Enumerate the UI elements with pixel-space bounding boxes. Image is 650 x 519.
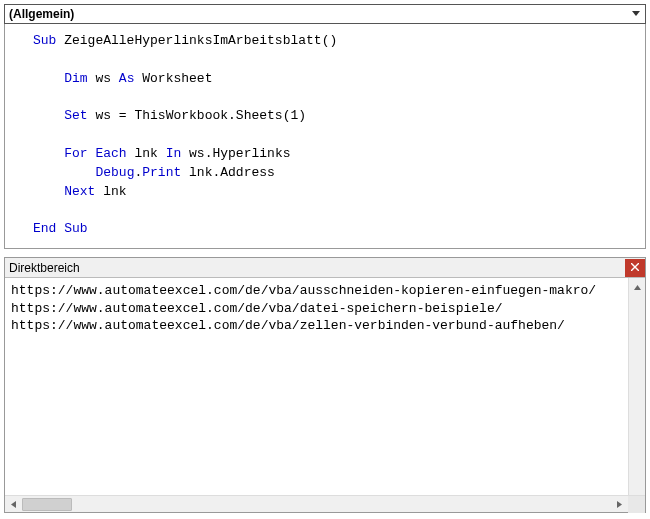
code-keyword: Set (64, 108, 87, 123)
code-text: ws.Hyperlinks (181, 146, 290, 161)
code-text: ZeigeAlleHyperlinksImArbeitsblatt() (56, 33, 337, 48)
close-button[interactable] (625, 259, 645, 277)
immediate-output[interactable]: https://www.automateexcel.com/de/vba/aus… (5, 278, 628, 495)
code-text: lnk.Address (181, 165, 275, 180)
horizontal-scrollbar[interactable] (5, 495, 645, 512)
code-text: lnk (95, 184, 126, 199)
code-editor[interactable]: Sub ZeigeAlleHyperlinksImArbeitsblatt() … (4, 24, 646, 249)
output-line: https://www.automateexcel.com/de/vba/zel… (11, 318, 565, 333)
code-keyword: For Each (64, 146, 126, 161)
output-line: https://www.automateexcel.com/de/vba/dat… (11, 301, 502, 316)
immediate-window: Direktbereich https://www.automateexcel.… (4, 257, 646, 513)
scrollbar-corner (628, 496, 645, 513)
code-text: lnk (127, 146, 166, 161)
code-text: ws (88, 71, 119, 86)
immediate-body[interactable]: https://www.automateexcel.com/de/vba/aus… (5, 278, 645, 495)
output-line: https://www.automateexcel.com/de/vba/aus… (11, 283, 596, 298)
immediate-title-text: Direktbereich (9, 261, 80, 275)
vertical-scrollbar[interactable] (628, 278, 645, 495)
scroll-up-icon[interactable] (630, 280, 645, 295)
code-keyword: End Sub (33, 221, 88, 236)
code-keyword: Debug (95, 165, 134, 180)
code-keyword: Dim (64, 71, 87, 86)
scrollbar-thumb[interactable] (22, 498, 72, 511)
object-dropdown-value: (Allgemein) (9, 7, 74, 21)
object-dropdown[interactable]: (Allgemein) (4, 4, 646, 24)
immediate-titlebar: Direktbereich (5, 258, 645, 278)
scroll-left-icon[interactable] (5, 497, 22, 512)
code-text: ws = ThisWorkbook.Sheets(1) (88, 108, 306, 123)
scrollbar-track[interactable] (22, 497, 611, 512)
code-keyword: Sub (33, 33, 56, 48)
scroll-right-icon[interactable] (611, 497, 628, 512)
code-text: Worksheet (134, 71, 212, 86)
code-keyword: In (166, 146, 182, 161)
code-keyword: Next (64, 184, 95, 199)
close-icon (631, 262, 639, 273)
code-keyword: As (119, 71, 135, 86)
code-keyword: Print (142, 165, 181, 180)
chevron-down-icon (629, 7, 643, 21)
